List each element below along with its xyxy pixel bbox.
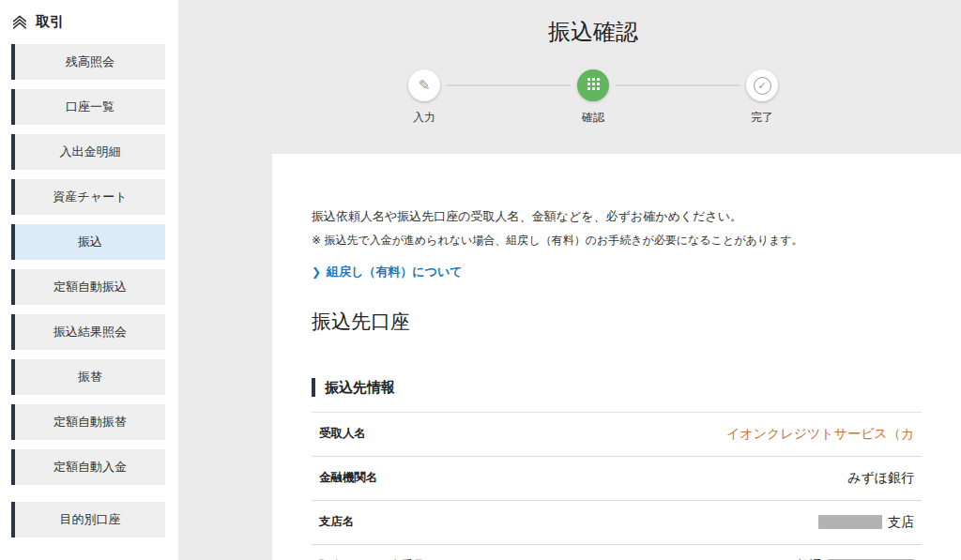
sidebar-title: 取引: [36, 13, 64, 31]
stepper-connector: [447, 84, 571, 86]
sidebar-item-koza-ichiran[interactable]: 口座一覧: [11, 89, 165, 125]
page-title: 振込確認: [225, 17, 961, 47]
sidebar-item-mokutekibetsu-koza[interactable]: 目的別口座: [11, 502, 165, 537]
step-input-circle: ✎: [408, 69, 440, 101]
sidebar: 取引 残高照会 口座一覧 入出金明細 資産チャート 振込 定額自動振込 振込結果…: [0, 0, 178, 560]
step-input: ✎ 入力: [402, 69, 447, 126]
confirm-notice: 振込依頼人名や振込先口座の受取人名、金額などを、必ずお確かめください。: [312, 208, 922, 225]
subsection-title-destination-info: 振込先情報: [312, 378, 922, 397]
row-label: 支店名: [319, 514, 355, 530]
row-label: 金融機関名: [319, 470, 378, 486]
kumimodoshi-notice: ※ 振込先で入金が進められない場合、組戻し（有料）のお手続きが必要になることがあ…: [312, 233, 922, 249]
check-icon: ✓: [754, 77, 771, 95]
step-confirm-label: 確認: [582, 110, 604, 126]
table-row-account-type-number: 預金種目・口座番号 普通: [312, 545, 922, 560]
sidebar-item-teigaku-jido-nyukin[interactable]: 定額自動入金: [11, 449, 165, 485]
chevron-right-icon: ❯: [312, 265, 321, 279]
destination-details-table: 受取人名 イオンクレジツトサービス（カ 金融機関名 みずほ銀行 支店名 支店: [312, 412, 922, 560]
grid-icon: [587, 77, 601, 95]
bank-name-value: みずほ銀行: [847, 470, 914, 487]
sidebar-item-nyushutsukin-meisai[interactable]: 入出金明細: [11, 134, 165, 170]
progress-stepper: ✎ 入力: [225, 69, 961, 126]
row-label: 受取人名: [319, 426, 366, 442]
sidebar-item-furikae[interactable]: 振替: [11, 359, 165, 395]
table-row-bank-name: 金融機関名 みずほ銀行: [312, 457, 922, 501]
sidebar-header: 取引: [0, 9, 178, 44]
step-input-label: 入力: [413, 110, 435, 126]
step-confirm-circle: [577, 69, 609, 101]
step-confirm: 確認: [571, 69, 616, 126]
step-complete: ✓ 完了: [740, 69, 785, 126]
sidebar-item-furikomi[interactable]: 振込: [11, 224, 165, 260]
sidebar-item-furikomi-kekka-shokai[interactable]: 振込結果照会: [11, 314, 165, 350]
recipient-name-value: イオンクレジツトサービス（カ: [726, 426, 914, 443]
transactions-icon: [11, 14, 28, 31]
pencil-icon: ✎: [419, 77, 431, 94]
stepper-connector: [616, 84, 740, 86]
kumimodoshi-link[interactable]: ❯ 組戻し（有料）について: [312, 264, 463, 280]
main-header: 振込確認 ✎ 入力: [178, 17, 961, 560]
main-area: 振込確認 ✎ 入力: [178, 0, 961, 560]
app-window: 取引 残高照会 口座一覧 入出金明細 資産チャート 振込 定額自動振込 振込結果…: [0, 0, 961, 560]
step-complete-label: 完了: [751, 110, 773, 126]
sidebar-item-shisan-chart[interactable]: 資産チャート: [11, 179, 165, 215]
kumimodoshi-link-label: 組戻し（有料）について: [327, 264, 463, 280]
section-title-destination-account: 振込先口座: [312, 309, 922, 335]
table-row-branch-name: 支店名 支店: [312, 501, 922, 545]
sidebar-nav: 残高照会 口座一覧 入出金明細 資産チャート 振込 定額自動振込 振込結果照会 …: [0, 44, 178, 537]
redacted-branch-name: [818, 515, 882, 529]
sidebar-item-teigaku-jido-furikomi[interactable]: 定額自動振込: [11, 269, 165, 305]
step-complete-circle: ✓: [746, 69, 778, 101]
content-card: 振込依頼人名や振込先口座の受取人名、金額などを、必ずお確かめください。 ※ 振込…: [272, 154, 961, 560]
sidebar-item-zandaka-shokai[interactable]: 残高照会: [11, 44, 165, 80]
sidebar-item-teigaku-jido-furikae[interactable]: 定額自動振替: [11, 404, 165, 440]
branch-name-value: 支店: [818, 514, 914, 531]
table-row-recipient-name: 受取人名 イオンクレジツトサービス（カ: [312, 413, 922, 457]
